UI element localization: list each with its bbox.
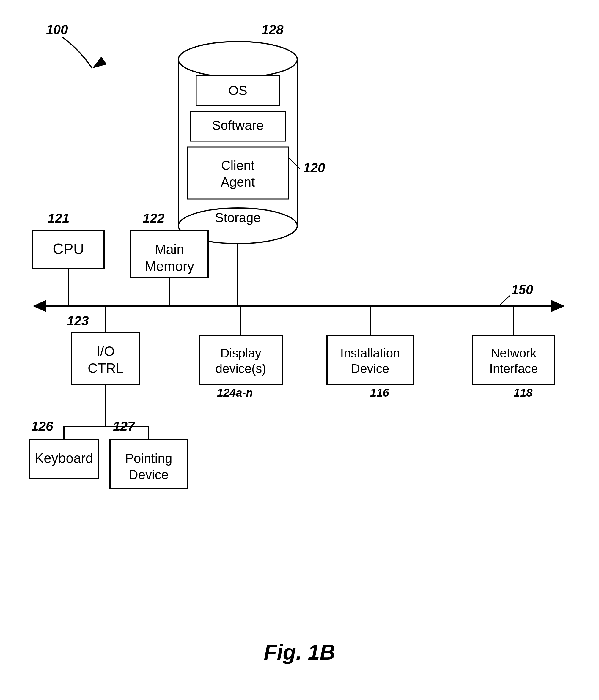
network-label-2: Interface xyxy=(489,361,538,376)
pointing-label-1: Pointing xyxy=(125,451,172,466)
client-agent-label-2: Agent xyxy=(221,175,255,189)
fig-title-text: Fig. 1B xyxy=(264,640,335,664)
os-label: OS xyxy=(228,83,247,98)
label-116: 116 xyxy=(370,386,389,399)
installation-label-1: Installation xyxy=(340,346,400,360)
label-121: 121 xyxy=(48,211,69,226)
diagram-container: 100 128 120 OS Software Client Agent Sto… xyxy=(0,0,599,700)
network-label-1: Network xyxy=(491,346,537,360)
label-128: 128 xyxy=(262,22,284,37)
svg-point-1 xyxy=(178,42,297,77)
io-ctrl-label-2: CTRL xyxy=(88,360,123,376)
figure-100-label: 100 xyxy=(46,22,68,37)
svg-rect-6 xyxy=(187,147,288,199)
label-126: 126 xyxy=(31,419,53,433)
label-120: 120 xyxy=(303,160,325,175)
client-agent-label-1: Client xyxy=(221,158,255,173)
io-ctrl-label-1: I/O xyxy=(96,344,115,359)
figure-label: Fig. 1B xyxy=(264,640,335,664)
svg-marker-11 xyxy=(33,300,46,312)
label-122: 122 xyxy=(143,211,165,226)
display-label-1: Display xyxy=(220,346,261,360)
pointing-label-2: Device xyxy=(129,467,169,482)
label-123: 123 xyxy=(67,314,89,328)
svg-line-13 xyxy=(499,296,510,305)
label-118: 118 xyxy=(514,386,533,399)
installation-label-2: Device xyxy=(351,361,389,376)
main-memory-label-1: Main xyxy=(154,242,184,257)
storage-label: Storage xyxy=(215,210,261,225)
label-150: 150 xyxy=(511,282,533,297)
svg-rect-21 xyxy=(199,336,282,385)
label-124an: 124a-n xyxy=(217,386,253,399)
svg-marker-12 xyxy=(551,300,565,312)
keyboard-label: Keyboard xyxy=(35,450,93,466)
svg-rect-23 xyxy=(327,336,413,385)
software-label: Software xyxy=(212,118,264,132)
display-label-2: device(s) xyxy=(216,361,266,376)
svg-rect-25 xyxy=(473,336,554,385)
main-memory-label-2: Memory xyxy=(145,258,194,274)
cpu-label: CPU xyxy=(53,241,84,257)
